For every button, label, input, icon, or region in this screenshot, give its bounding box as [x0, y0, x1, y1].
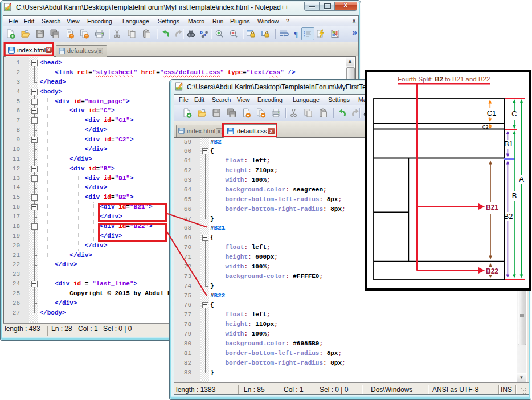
svg-text:Fourth Split: B2 to B21 and B2: Fourth Split: B2 to B21 and B22: [398, 76, 490, 83]
svg-text:B21: B21: [486, 203, 498, 211]
svg-text:B22: B22: [486, 267, 498, 275]
svg-text:C1: C1: [487, 109, 497, 117]
svg-text:C2: C2: [482, 124, 489, 130]
svg-text:B: B: [512, 191, 517, 200]
svg-text:C: C: [511, 109, 517, 118]
svg-text:B2: B2: [504, 212, 513, 221]
svg-text:A: A: [519, 175, 524, 183]
svg-text:B1: B1: [504, 140, 513, 148]
